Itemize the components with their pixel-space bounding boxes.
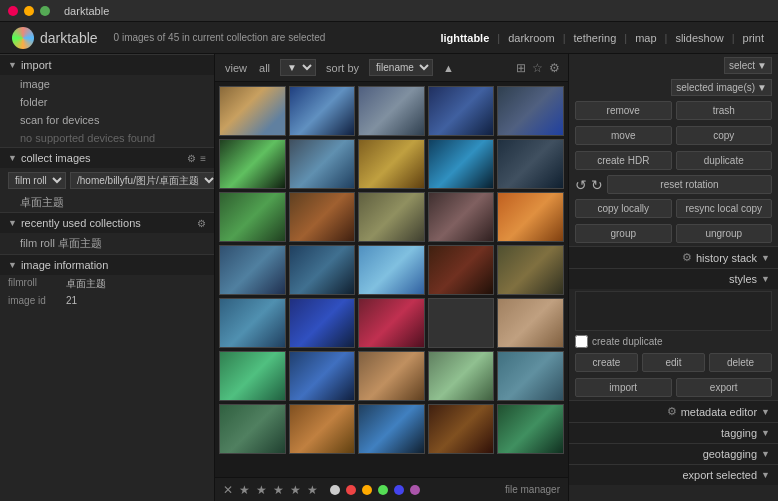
import-image-item[interactable]: image (0, 75, 214, 93)
thumb-7[interactable] (289, 139, 356, 189)
grid-icon[interactable]: ⊞ (516, 61, 526, 75)
view-button[interactable]: view (223, 62, 249, 74)
minimize-button[interactable] (24, 6, 34, 16)
rotate-right-icon[interactable]: ↻ (591, 177, 603, 193)
thumb-10[interactable] (497, 139, 564, 189)
thumb-4[interactable] (428, 86, 495, 136)
collect-extra-icon[interactable]: ≡ (200, 153, 206, 164)
delete-button[interactable]: delete (709, 353, 772, 372)
thumb-26[interactable] (219, 351, 286, 401)
view-select[interactable]: ▼ (280, 59, 316, 76)
import-scan-item[interactable]: scan for devices (0, 111, 214, 129)
tagging-header[interactable]: tagging ▼ (569, 422, 778, 443)
thumb-31[interactable] (219, 404, 286, 454)
nav-map[interactable]: map (633, 32, 658, 44)
collect-settings-icon[interactable]: ⚙ (187, 153, 196, 164)
recently-section-header[interactable]: ▼ recently used collections ⚙ (0, 212, 214, 233)
thumb-23[interactable] (358, 298, 425, 348)
maximize-button[interactable] (40, 6, 50, 16)
star-2[interactable]: ★ (256, 483, 267, 497)
recent-item-0[interactable]: film roll 卓面主题 (0, 233, 214, 254)
metadata-editor-header[interactable]: ⚙ metadata editor ▼ (569, 400, 778, 422)
remove-button[interactable]: remove (575, 101, 672, 120)
duplicate-button[interactable]: duplicate (676, 151, 773, 170)
color-dot-white[interactable] (330, 485, 340, 495)
ungroup-button[interactable]: ungroup (676, 224, 773, 243)
nav-tethering[interactable]: tethering (571, 32, 618, 44)
create-button[interactable]: create (575, 353, 638, 372)
thumb-29[interactable] (428, 351, 495, 401)
thumb-21[interactable] (219, 298, 286, 348)
color-dot-red[interactable] (346, 485, 356, 495)
color-dot-purple[interactable] (410, 485, 420, 495)
thumb-2[interactable] (289, 86, 356, 136)
star-5[interactable]: ★ (307, 483, 318, 497)
star-0[interactable]: ✕ (223, 483, 233, 497)
thumb-1[interactable] (219, 86, 286, 136)
thumb-15[interactable] (497, 192, 564, 242)
styles-header[interactable]: styles ▼ (569, 268, 778, 289)
collect-path-select[interactable]: /home/billyfu/图片/卓面主题 (70, 172, 215, 189)
thumb-14[interactable] (428, 192, 495, 242)
geotagging-header[interactable]: geotagging ▼ (569, 443, 778, 464)
thumb-5[interactable] (497, 86, 564, 136)
thumb-3[interactable] (358, 86, 425, 136)
thumb-17[interactable] (289, 245, 356, 295)
thumb-18[interactable] (358, 245, 425, 295)
thumb-9[interactable] (428, 139, 495, 189)
import-section-header[interactable]: ▼ import (0, 54, 214, 75)
import-button[interactable]: import (575, 378, 672, 397)
thumb-22[interactable] (289, 298, 356, 348)
thumb-25[interactable] (497, 298, 564, 348)
thumb-32[interactable] (289, 404, 356, 454)
star-4[interactable]: ★ (290, 483, 301, 497)
thumb-6[interactable] (219, 139, 286, 189)
history-gear-icon[interactable]: ⚙ (682, 251, 692, 264)
select-dropdown[interactable]: select ▼ (724, 57, 772, 74)
thumb-27[interactable] (289, 351, 356, 401)
thumb-19[interactable] (428, 245, 495, 295)
star-icon[interactable]: ☆ (532, 61, 543, 75)
color-dot-blue[interactable] (394, 485, 404, 495)
resync-button[interactable]: resync local copy (676, 199, 773, 218)
thumb-20[interactable] (497, 245, 564, 295)
star-1[interactable]: ★ (239, 483, 250, 497)
thumb-8[interactable] (358, 139, 425, 189)
thumb-28[interactable] (358, 351, 425, 401)
move-button[interactable]: move (575, 126, 672, 145)
settings-icon[interactable]: ⚙ (549, 61, 560, 75)
star-3[interactable]: ★ (273, 483, 284, 497)
import-folder-item[interactable]: folder (0, 93, 214, 111)
sort-direction-button[interactable]: ▲ (441, 62, 456, 74)
thumb-24[interactable] (428, 298, 495, 348)
thumb-33[interactable] (358, 404, 425, 454)
sortby-select[interactable]: filename (369, 59, 433, 76)
rotate-left-icon[interactable]: ↺ (575, 177, 587, 193)
selected-images-dropdown[interactable]: selected image(s) ▼ (671, 79, 772, 96)
thumb-16[interactable] (219, 245, 286, 295)
create-hdr-button[interactable]: create HDR (575, 151, 672, 170)
nav-slideshow[interactable]: slideshow (673, 32, 725, 44)
all-button[interactable]: all (257, 62, 272, 74)
collect-type-select[interactable]: film roll (8, 172, 66, 189)
nav-darkroom[interactable]: darkroom (506, 32, 556, 44)
history-stack-header[interactable]: ⚙ history stack ▼ (569, 246, 778, 268)
export-selected-header[interactable]: export selected ▼ (569, 464, 778, 485)
nav-lighttable[interactable]: lighttable (438, 32, 491, 44)
reset-rotation-button[interactable]: reset rotation (607, 175, 772, 194)
image-info-section-header[interactable]: ▼ image information (0, 254, 214, 275)
create-duplicate-checkbox[interactable] (575, 335, 588, 348)
edit-button[interactable]: edit (642, 353, 705, 372)
group-button[interactable]: group (575, 224, 672, 243)
collect-section-header[interactable]: ▼ collect images ⚙ ≡ (0, 147, 214, 168)
recently-settings-icon[interactable]: ⚙ (197, 218, 206, 229)
thumb-13[interactable] (358, 192, 425, 242)
export-button[interactable]: export (676, 378, 773, 397)
thumb-35[interactable] (497, 404, 564, 454)
thumb-12[interactable] (289, 192, 356, 242)
thumb-11[interactable] (219, 192, 286, 242)
color-dot-green[interactable] (378, 485, 388, 495)
copy-locally-button[interactable]: copy locally (575, 199, 672, 218)
color-dot-orange[interactable] (362, 485, 372, 495)
metadata-gear-icon[interactable]: ⚙ (667, 405, 677, 418)
